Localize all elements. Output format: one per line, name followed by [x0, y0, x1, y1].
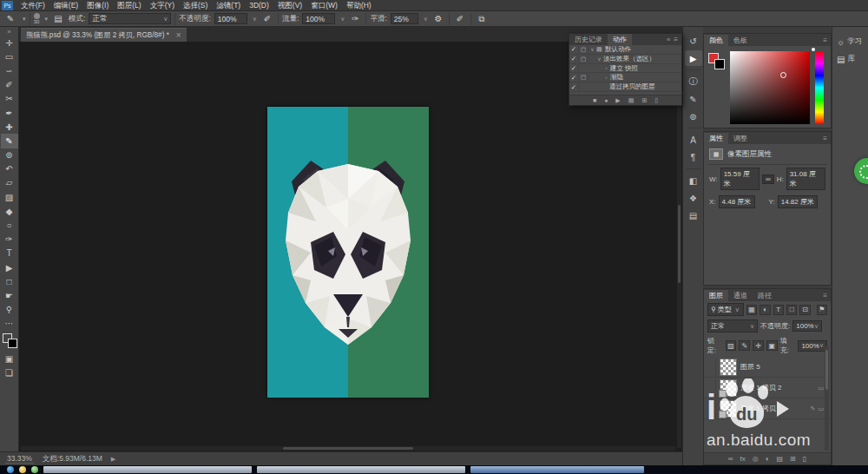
- action-check-icon[interactable]: ✓: [569, 45, 579, 53]
- adjustment-layer-button[interactable]: ◐: [766, 455, 770, 463]
- tab-properties[interactable]: 属性: [704, 133, 728, 144]
- color-picker-cursor[interactable]: [780, 72, 786, 78]
- paragraph-panel-icon[interactable]: ¶: [685, 149, 702, 165]
- taskbar-app-icon[interactable]: [19, 466, 26, 473]
- taskbar-window-button[interactable]: [43, 466, 252, 473]
- zoom-tool[interactable]: ⚲: [1, 303, 18, 317]
- tab-layers[interactable]: 图层: [704, 290, 728, 301]
- flow-input[interactable]: 100%: [302, 13, 335, 24]
- tab-channels[interactable]: 通道: [728, 290, 753, 301]
- panel-menu-icon[interactable]: ≡: [823, 135, 827, 142]
- clone-stamp-tool[interactable]: ⊚: [1, 148, 18, 162]
- crop-tool[interactable]: ✂: [1, 92, 18, 106]
- action-row-layer-via-copy[interactable]: ✓ 通过拷贝的图层: [569, 82, 681, 92]
- action-row-fade-effect[interactable]: ✓ ▢ ∨ 淡出效果（选区）: [569, 55, 681, 64]
- artwork-canvas[interactable]: [267, 107, 429, 398]
- new-set-button[interactable]: ▤: [628, 97, 635, 104]
- layer-extra-icon[interactable]: ▭: [818, 385, 824, 392]
- width-input[interactable]: 15.59 厘米: [720, 168, 760, 190]
- airbrush-icon[interactable]: ✑: [348, 13, 362, 25]
- filter-pixel-icon[interactable]: ▦: [746, 305, 757, 315]
- stop-button[interactable]: ■: [593, 97, 596, 103]
- tab-adjustments[interactable]: 调整: [728, 133, 753, 144]
- layer-thumbnail[interactable]: [720, 359, 737, 376]
- learn-panel-button[interactable]: ☼ 学习: [832, 33, 868, 50]
- brush-picker-caret-icon[interactable]: ▾: [45, 16, 49, 23]
- history-panel-icon[interactable]: ↺: [685, 33, 702, 49]
- panel-menu-icon[interactable]: ≡: [674, 36, 678, 43]
- expander-icon[interactable]: ∨: [589, 46, 596, 52]
- lock-image-pixels-icon[interactable]: ✎: [739, 340, 750, 351]
- action-dialog-toggle-icon[interactable]: ▢: [579, 74, 589, 81]
- play-button[interactable]: ▶: [615, 97, 620, 104]
- action-row-default-actions[interactable]: ✓ ▢ ∨ ▤ 默认动作: [569, 45, 681, 55]
- record-button[interactable]: ●: [604, 97, 608, 103]
- menu-window[interactable]: 窗口(W): [306, 0, 342, 11]
- action-row-fade[interactable]: ✓ ▢ › 渐隐: [569, 73, 681, 82]
- navigator-panel-icon[interactable]: ▤: [685, 207, 702, 223]
- symmetry-icon[interactable]: ⧉: [475, 13, 489, 25]
- action-check-icon[interactable]: ✓: [569, 55, 579, 63]
- new-layer-button[interactable]: ⊞: [790, 455, 796, 463]
- menu-3d[interactable]: 3D(D): [245, 0, 273, 11]
- smoothing-gear-icon[interactable]: ⚙: [431, 13, 445, 25]
- eyedropper-tool[interactable]: ✒: [1, 106, 18, 120]
- height-input[interactable]: 31.08 厘米: [786, 168, 825, 190]
- smoothing-caret-icon[interactable]: ∨: [424, 16, 428, 23]
- start-button-icon[interactable]: [7, 466, 14, 473]
- taskbar-window-button[interactable]: [257, 466, 465, 473]
- menu-view[interactable]: 视图(V): [273, 0, 306, 11]
- toolbar-expand-icon[interactable]: »: [7, 28, 10, 36]
- shape-tool[interactable]: □: [1, 274, 18, 288]
- move-tool[interactable]: ✛: [1, 36, 18, 49]
- status-zoom-input[interactable]: 33.33%: [5, 454, 34, 464]
- smoothing-input[interactable]: 25%: [391, 13, 418, 24]
- filter-shape-icon[interactable]: □: [786, 305, 797, 315]
- healing-brush-tool[interactable]: ✚: [1, 120, 18, 134]
- history-brush-tool[interactable]: ↶: [1, 162, 18, 176]
- adjustments-panel-icon[interactable]: ◧: [685, 173, 702, 188]
- action-check-icon[interactable]: ✓: [569, 83, 579, 91]
- expander-icon[interactable]: ›: [602, 75, 610, 80]
- layer-name[interactable]: 图层 5: [740, 362, 760, 372]
- tab-color[interactable]: 颜色: [704, 35, 728, 46]
- quick-mask-button[interactable]: ▣: [1, 352, 18, 365]
- edit-toolbar-button[interactable]: ⋯: [1, 317, 18, 331]
- hand-tool[interactable]: ☛: [1, 288, 18, 302]
- saturation-brightness-field[interactable]: [730, 51, 810, 124]
- background-color-swatch[interactable]: [714, 59, 725, 69]
- expander-icon[interactable]: ∨: [595, 56, 603, 62]
- opacity-input[interactable]: 100%: [214, 13, 247, 24]
- brush-size-picker[interactable]: 30: [34, 13, 40, 24]
- menu-select[interactable]: 选择(S): [179, 0, 212, 11]
- quick-selection-tool[interactable]: ✐: [1, 78, 18, 92]
- layers-scrollbar-thumb[interactable]: [825, 350, 828, 390]
- document-tab[interactable]: 熊猫熊.psd @ 33.3% (图层 2 拷贝, RGB/8#) * ×: [21, 28, 187, 42]
- y-input[interactable]: 14.82 厘米: [778, 195, 818, 208]
- tab-history[interactable]: 历史记录: [569, 34, 608, 45]
- fill-input[interactable]: 100% ∨: [798, 340, 827, 352]
- menu-filter[interactable]: 滤镜(T): [212, 0, 245, 11]
- layer-extra-icon[interactable]: ▭: [818, 405, 824, 412]
- action-check-icon[interactable]: ✓: [569, 64, 579, 72]
- layer-blend-mode-select[interactable]: 正常 ∨: [707, 319, 758, 332]
- eraser-tool[interactable]: ▱: [1, 176, 18, 190]
- tab-paths[interactable]: 路径: [753, 290, 777, 301]
- menu-edit[interactable]: 编辑(E): [49, 0, 82, 11]
- panel-menu-icon[interactable]: ≡: [823, 292, 827, 300]
- taskbar-window-button[interactable]: [470, 466, 644, 473]
- brush-settings-panel-icon[interactable]: ✎: [685, 91, 702, 107]
- close-tab-icon[interactable]: ×: [176, 30, 181, 40]
- layer-row-shape1-copy[interactable]: 形状 1 拷贝 ✎▭: [704, 398, 831, 419]
- filter-kind-select[interactable]: ⚲ 类型 ∨: [707, 303, 744, 316]
- panel-menu-icon[interactable]: ≡: [823, 36, 827, 44]
- layer-row-layer5[interactable]: 图层 5: [704, 357, 831, 378]
- filter-type-icon[interactable]: T: [773, 305, 784, 315]
- menu-help[interactable]: 帮助(H): [342, 0, 376, 11]
- horizontal-scrollbar[interactable]: [21, 446, 675, 451]
- action-dialog-toggle-icon[interactable]: ▢: [579, 46, 589, 53]
- filter-toggle-icon[interactable]: ⚑: [817, 305, 827, 315]
- delete-action-button[interactable]: ▯: [654, 97, 658, 104]
- tab-swatches[interactable]: 色板: [728, 35, 753, 46]
- menu-image[interactable]: 图像(I): [82, 0, 113, 11]
